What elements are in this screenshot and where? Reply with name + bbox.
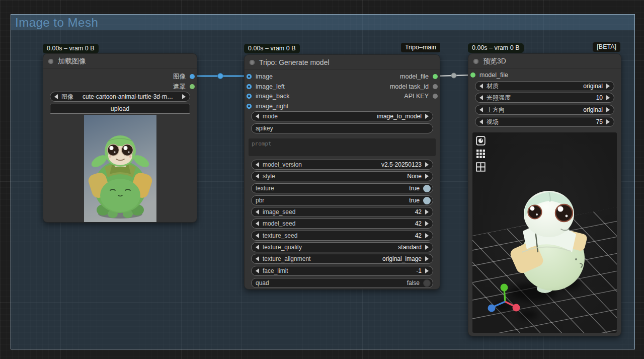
input-dot-image-right[interactable] [247, 104, 252, 109]
toggle-label: texture [256, 185, 274, 192]
input-slot-image: image [245, 71, 273, 82]
combo-value: 75 [596, 118, 603, 125]
combo-right-arrow-icon[interactable] [606, 107, 610, 112]
combo-left-arrow-icon[interactable] [54, 94, 58, 99]
input-dot-image-left[interactable] [247, 84, 252, 89]
combo-left-arrow-icon[interactable] [479, 95, 483, 100]
combo-left-arrow-icon[interactable] [256, 162, 259, 167]
combo-left-arrow-icon[interactable] [256, 245, 259, 250]
combo-left-arrow-icon[interactable] [256, 209, 259, 214]
toggle-value: true [409, 197, 420, 204]
combo-right-arrow-icon[interactable] [425, 174, 429, 179]
combo-left-arrow-icon[interactable] [479, 84, 483, 89]
image-seed-combo[interactable]: image_seed 42 [251, 207, 433, 217]
combo-value: 42 [415, 232, 422, 239]
combo-left-arrow-icon[interactable] [256, 268, 259, 273]
node-title: Tripo: Generate model [259, 58, 330, 66]
combo-right-arrow-icon[interactable] [425, 233, 429, 238]
input-dot-image-back[interactable] [247, 94, 252, 99]
combo-left-arrow-icon[interactable] [256, 221, 259, 226]
light-intensity-combo[interactable]: 光照强度 10 [475, 93, 614, 103]
image-filename-combo[interactable]: 图像 cute-cartoon-animal-turtle-3d-m… [50, 92, 190, 102]
combo-left-arrow-icon[interactable] [256, 114, 259, 119]
model-version-combo[interactable]: model_version v2.5-20250123 [251, 160, 433, 170]
output-dot-model-file[interactable] [433, 74, 438, 79]
collapse-dot-icon[interactable] [250, 60, 255, 65]
combo-right-arrow-icon[interactable] [425, 268, 429, 273]
combo-left-arrow-icon[interactable] [256, 233, 259, 238]
collapse-dot-icon[interactable] [473, 59, 478, 64]
collapse-dot-icon[interactable] [48, 59, 53, 64]
toggle-dot-icon[interactable] [423, 197, 431, 204]
combo-right-arrow-icon[interactable] [606, 84, 610, 89]
node-load-image[interactable]: 加载图像 图像 遮罩 图像 cute-cartoon-animal-turtle… [43, 53, 197, 223]
output-slot-model-task-id: model task_id [340, 82, 440, 92]
turtle-3d-model [505, 188, 591, 294]
grid-3x3-icon[interactable] [476, 149, 486, 159]
input-dot-model-file[interactable] [470, 73, 475, 78]
quad-toggle[interactable]: quad false [251, 278, 433, 288]
node-tripo-generate-model[interactable]: Tripo: Generate model image image_left i… [244, 54, 440, 290]
group-title-bar[interactable]: Image to Mesh [11, 15, 634, 30]
grid-2x2-icon[interactable] [476, 162, 486, 172]
combo-right-arrow-icon[interactable] [425, 245, 429, 250]
input-dot-image[interactable] [247, 74, 252, 79]
toggle-dot-icon[interactable] [423, 185, 431, 192]
texture-alignment-combo[interactable]: texture_alignment original_image [251, 254, 433, 264]
up-direction-combo[interactable]: 上方向 original [475, 105, 614, 115]
combo-left-arrow-icon[interactable] [256, 256, 259, 261]
fov-combo[interactable]: 视场 75 [475, 117, 614, 127]
output-slot-model-file: model_file [340, 71, 440, 82]
style-combo[interactable]: style None [251, 171, 433, 181]
combo-right-arrow-icon[interactable] [606, 119, 610, 124]
upload-button[interactable]: upload [50, 104, 190, 114]
prompt-textarea[interactable] [249, 138, 436, 156]
combo-left-arrow-icon[interactable] [479, 107, 483, 112]
output-slot-label: 图像 [173, 73, 186, 81]
combo-value: v2.5-20250123 [381, 161, 422, 168]
combo-right-arrow-icon[interactable] [425, 209, 429, 214]
output-dot-api-key[interactable] [433, 94, 438, 99]
combo-label: model_seed [263, 220, 295, 227]
input-slot-label: model_file [479, 71, 508, 79]
combo-right-arrow-icon[interactable] [425, 221, 429, 226]
combo-right-arrow-icon[interactable] [182, 94, 186, 99]
viewport-3d[interactable] [472, 132, 617, 333]
apikey-field[interactable]: apikey [251, 123, 433, 133]
combo-label: 材质 [487, 82, 499, 91]
texture-quality-combo[interactable]: texture_quality standard [251, 242, 433, 252]
model-seed-combo[interactable]: model_seed 42 [251, 219, 433, 229]
combo-label: 上方向 [487, 106, 505, 114]
combo-value: 42 [415, 208, 422, 216]
combo-value: -1 [416, 267, 422, 274]
node-preview-3d[interactable]: 预览3D model_file 材质 original 光照强度 10 上方向 … [468, 53, 621, 336]
input-slot-label: image_right [256, 103, 288, 110]
output-dot-mask[interactable] [190, 84, 195, 89]
combo-right-arrow-icon[interactable] [425, 162, 429, 167]
combo-left-arrow-icon[interactable] [479, 119, 483, 124]
combo-left-arrow-icon[interactable] [256, 174, 259, 179]
combo-right-arrow-icon[interactable] [425, 114, 429, 119]
combo-right-arrow-icon[interactable] [606, 95, 610, 100]
output-dot-model-task-id[interactable] [433, 84, 438, 89]
node-header[interactable]: Tripo: Generate model [245, 55, 440, 70]
output-dot-image[interactable] [190, 74, 195, 79]
toggle-label: pbr [256, 197, 264, 204]
screenshot-camera-icon[interactable] [476, 136, 486, 146]
material-combo[interactable]: 材质 original [475, 81, 614, 91]
combo-label: image_seed [263, 208, 295, 216]
combo-label: model_version [263, 161, 302, 168]
toggle-dot-icon[interactable] [423, 279, 431, 287]
texture-toggle[interactable]: texture true [251, 183, 433, 193]
combo-right-arrow-icon[interactable] [425, 256, 429, 261]
axis-gizmo[interactable] [485, 281, 526, 317]
input-slot-image-right: image_right [245, 101, 288, 111]
combo-value: image_to_model [377, 113, 422, 120]
texture-seed-combo[interactable]: texture_seed 42 [251, 231, 433, 241]
mode-combo[interactable]: mode image_to_model [251, 111, 433, 121]
face-limit-combo[interactable]: face_limit -1 [251, 266, 433, 276]
pbr-toggle[interactable]: pbr true [251, 195, 433, 205]
node-header[interactable]: 加载图像 [43, 54, 197, 69]
tag-badge-tripo-main: Tripo–main [401, 43, 440, 52]
node-header[interactable]: 预览3D [468, 54, 621, 69]
